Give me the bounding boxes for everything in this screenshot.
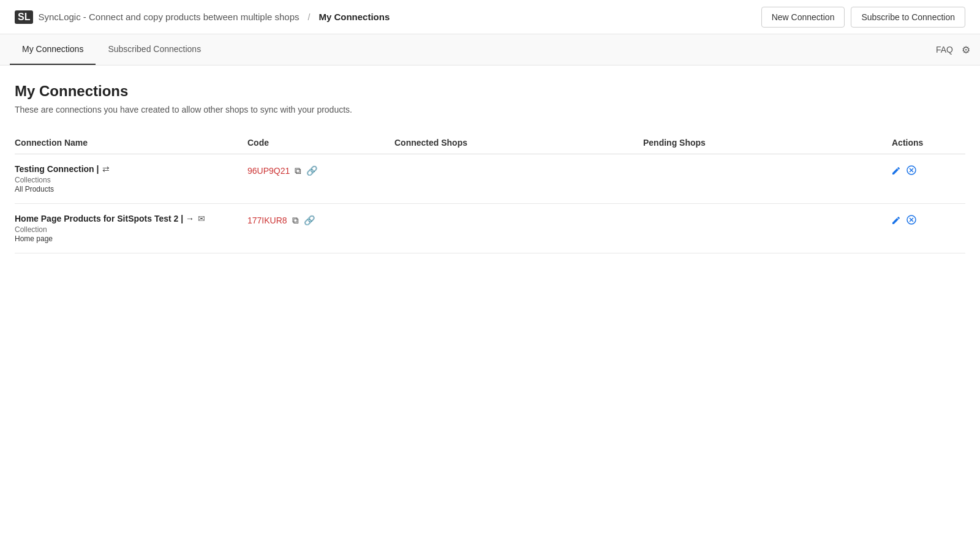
tabs-right: FAQ ⚙ xyxy=(936,44,970,56)
table-row: Testing Connection | ⇄ Collections All P… xyxy=(15,154,965,204)
tabs-bar: My Connections Subscribed Connections FA… xyxy=(0,34,980,66)
tabs: My Connections Subscribed Connections xyxy=(10,34,213,65)
row1-code-cell: 96UP9Q21 ⧉ 🔗 xyxy=(247,164,394,176)
row1-code: 96UP9Q21 xyxy=(247,166,290,176)
row1-actions xyxy=(892,164,965,178)
gear-icon[interactable]: ⚙ xyxy=(962,44,970,56)
col-header-pending: Pending Shops xyxy=(643,138,892,148)
col-header-code: Code xyxy=(247,138,394,148)
row1-edit-button[interactable] xyxy=(892,165,902,178)
row2-email-icon: ✉ xyxy=(198,214,205,223)
row1-delete-button[interactable] xyxy=(907,165,916,178)
row1-link-icon[interactable]: 🔗 xyxy=(306,165,318,176)
table-row: Home Page Products for SitSpots Test 2 |… xyxy=(15,204,965,253)
header-left: SL SyncLogic - Connect and copy products… xyxy=(15,10,390,24)
tab-my-connections[interactable]: My Connections xyxy=(10,34,96,65)
row2-conn-name: Home Page Products for SitSpots Test 2 |… xyxy=(15,214,194,223)
row2-copy-icon[interactable]: ⧉ xyxy=(292,215,299,226)
row2-code: 177IKUR8 xyxy=(247,216,287,225)
subscribe-connection-button[interactable]: Subscribe to Connection xyxy=(851,7,965,28)
connections-table: Connection Name Code Connected Shops Pen… xyxy=(15,132,965,253)
header: SL SyncLogic - Connect and copy products… xyxy=(0,0,980,34)
row1-sync-icon: ⇄ xyxy=(102,164,110,174)
col-header-name: Connection Name xyxy=(15,138,247,148)
app-title: SyncLogic - Connect and copy products be… xyxy=(38,12,299,22)
row2-edit-button[interactable] xyxy=(892,215,902,227)
breadcrumb-page: My Connections xyxy=(318,12,390,22)
row2-name-row: Home Page Products for SitSpots Test 2 |… xyxy=(15,214,247,223)
tab-subscribed-connections[interactable]: Subscribed Connections xyxy=(96,34,213,65)
row2-code-cell: 177IKUR8 ⧉ 🔗 xyxy=(247,214,394,226)
row2-actions xyxy=(892,214,965,227)
row1-name-cell: Testing Connection | ⇄ Collections All P… xyxy=(15,164,247,193)
logo: SL xyxy=(15,10,33,24)
page-subtitle: These are connections you have created t… xyxy=(15,105,965,114)
row1-name-row: Testing Connection | ⇄ xyxy=(15,164,247,174)
row2-link-icon[interactable]: 🔗 xyxy=(304,215,315,226)
new-connection-button[interactable]: New Connection xyxy=(761,7,845,28)
row2-delete-button[interactable] xyxy=(907,215,916,227)
main-content: My Connections These are connections you… xyxy=(0,66,980,271)
row1-type-value: All Products xyxy=(15,185,247,193)
col-header-actions: Actions xyxy=(892,138,965,148)
col-header-connected: Connected Shops xyxy=(394,138,643,148)
header-buttons: New Connection Subscribe to Connection xyxy=(761,7,965,28)
page-title: My Connections xyxy=(15,83,965,100)
table-header: Connection Name Code Connected Shops Pen… xyxy=(15,132,965,154)
row1-copy-icon[interactable]: ⧉ xyxy=(295,165,301,176)
row1-conn-name: Testing Connection | xyxy=(15,164,99,174)
row2-name-cell: Home Page Products for SitSpots Test 2 |… xyxy=(15,214,247,243)
row1-type-label: Collections xyxy=(15,176,247,184)
faq-link[interactable]: FAQ xyxy=(936,45,953,54)
row2-type-label: Collection xyxy=(15,225,247,234)
row2-type-value: Home page xyxy=(15,234,247,243)
breadcrumb-separator: / xyxy=(308,12,311,22)
